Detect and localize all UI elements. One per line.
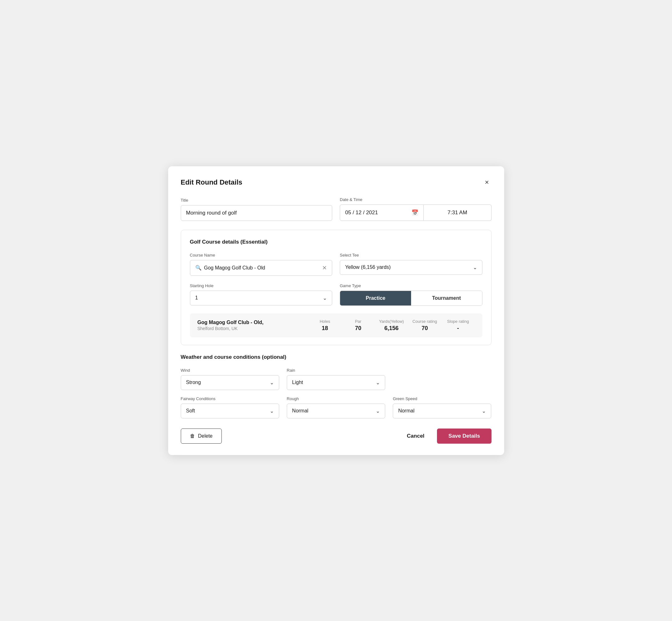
rough-label: Rough bbox=[287, 396, 385, 401]
rain-label: Rain bbox=[287, 368, 385, 373]
footer-row: 🗑 Delete Cancel Save Details bbox=[181, 428, 492, 444]
delete-label: Delete bbox=[198, 433, 213, 439]
slope-rating-label: Slope rating bbox=[442, 319, 474, 324]
green-speed-group: Green Speed Normal ⌄ bbox=[393, 396, 491, 418]
modal-title: Edit Round Details bbox=[181, 178, 243, 187]
game-type-group: Game Type Practice Tournament bbox=[340, 283, 482, 306]
close-button[interactable]: × bbox=[482, 178, 492, 187]
modal-header: Edit Round Details × bbox=[181, 178, 492, 187]
chevron-down-icon-hole: ⌄ bbox=[323, 295, 327, 301]
title-input[interactable] bbox=[181, 205, 333, 221]
par-value: 70 bbox=[342, 325, 375, 332]
holes-value: 18 bbox=[308, 325, 341, 332]
datetime-label: Date & Time bbox=[340, 197, 492, 202]
game-type-toggle: Practice Tournament bbox=[340, 291, 482, 306]
title-datetime-row: Title Date & Time 05 / 12 / 2021 📅 7:31 … bbox=[181, 197, 492, 221]
course-info-name: Gog Magog Golf Club - Old, Shelford Bott… bbox=[198, 320, 308, 331]
practice-button[interactable]: Practice bbox=[340, 291, 411, 305]
stat-yards: Yards(Yellow) 6,156 bbox=[375, 319, 408, 332]
stat-par: Par 70 bbox=[342, 319, 375, 332]
chevron-down-icon-wind: ⌄ bbox=[270, 380, 274, 385]
chevron-down-icon-fairway: ⌄ bbox=[270, 408, 274, 414]
edit-round-modal: Edit Round Details × Title Date & Time 0… bbox=[168, 166, 504, 455]
tournament-button[interactable]: Tournament bbox=[411, 291, 482, 305]
course-section-title: Golf Course details (Essential) bbox=[190, 239, 482, 245]
wind-label: Wind bbox=[181, 368, 279, 373]
rough-value: Normal bbox=[292, 408, 308, 414]
green-speed-dropdown[interactable]: Normal ⌄ bbox=[393, 404, 491, 418]
yards-value: 6,156 bbox=[375, 325, 408, 332]
course-tee-row: Course Name 🔍 Gog Magog Golf Club - Old … bbox=[190, 253, 482, 276]
rain-dropdown[interactable]: Light ⌄ bbox=[287, 375, 385, 390]
par-label: Par bbox=[342, 319, 375, 324]
course-info-location: Shelford Bottom, UK bbox=[198, 326, 308, 331]
starting-hole-label: Starting Hole bbox=[190, 283, 333, 288]
weather-section: Weather and course conditions (optional)… bbox=[181, 354, 492, 418]
wind-value: Strong bbox=[186, 380, 201, 385]
wind-rain-row: Wind Strong ⌄ Rain Light ⌄ bbox=[181, 368, 492, 390]
game-type-label: Game Type bbox=[340, 283, 482, 288]
select-tee-group: Select Tee Yellow (6,156 yards) ⌄ bbox=[340, 253, 482, 276]
yards-label: Yards(Yellow) bbox=[375, 319, 408, 324]
date-field[interactable]: 05 / 12 / 2021 📅 bbox=[340, 204, 424, 221]
time-value: 7:31 AM bbox=[448, 210, 467, 216]
course-section: Golf Course details (Essential) Course N… bbox=[181, 230, 492, 345]
chevron-down-icon-green: ⌄ bbox=[482, 408, 486, 414]
rain-group: Rain Light ⌄ bbox=[287, 368, 385, 390]
starting-hole-value: 1 bbox=[195, 295, 198, 301]
fairway-label: Fairway Conditions bbox=[181, 396, 279, 401]
course-stats: Holes 18 Par 70 Yards(Yellow) 6,156 Cour… bbox=[308, 319, 474, 332]
stat-slope-rating: Slope rating - bbox=[442, 319, 474, 332]
course-info-name-text: Gog Magog Golf Club - Old, bbox=[198, 320, 308, 325]
starting-hole-dropdown[interactable]: 1 ⌄ bbox=[190, 291, 333, 305]
select-tee-label: Select Tee bbox=[340, 253, 482, 257]
wind-group: Wind Strong ⌄ bbox=[181, 368, 279, 390]
clear-course-icon[interactable]: ✕ bbox=[322, 264, 327, 272]
select-tee-value: Yellow (6,156 yards) bbox=[345, 264, 390, 270]
starting-hole-group: Starting Hole 1 ⌄ bbox=[190, 283, 333, 306]
wind-dropdown[interactable]: Strong ⌄ bbox=[181, 375, 279, 390]
rough-group: Rough Normal ⌄ bbox=[287, 396, 385, 418]
search-icon: 🔍 bbox=[195, 265, 202, 271]
fairway-rough-green-row: Fairway Conditions Soft ⌄ Rough Normal ⌄… bbox=[181, 396, 492, 418]
footer-right: Cancel Save Details bbox=[405, 428, 492, 444]
fairway-dropdown[interactable]: Soft ⌄ bbox=[181, 404, 279, 418]
course-name-group: Course Name 🔍 Gog Magog Golf Club - Old … bbox=[190, 253, 333, 276]
course-name-value: Gog Magog Golf Club - Old bbox=[204, 265, 265, 271]
course-rating-value: 70 bbox=[408, 325, 442, 332]
course-name-label: Course Name bbox=[190, 253, 333, 257]
time-field[interactable]: 7:31 AM bbox=[424, 204, 492, 221]
course-info-row: Gog Magog Golf Club - Old, Shelford Bott… bbox=[190, 313, 482, 337]
datetime-fields: 05 / 12 / 2021 📅 7:31 AM bbox=[340, 204, 492, 221]
save-button[interactable]: Save Details bbox=[437, 428, 491, 444]
fairway-group: Fairway Conditions Soft ⌄ bbox=[181, 396, 279, 418]
rough-dropdown[interactable]: Normal ⌄ bbox=[287, 404, 385, 418]
course-name-field[interactable]: 🔍 Gog Magog Golf Club - Old ✕ bbox=[190, 260, 333, 276]
fairway-value: Soft bbox=[186, 408, 195, 414]
chevron-down-icon-rain: ⌄ bbox=[376, 380, 380, 385]
cancel-button[interactable]: Cancel bbox=[405, 428, 427, 444]
holes-label: Holes bbox=[308, 319, 341, 324]
title-label: Title bbox=[181, 198, 333, 203]
slope-rating-value: - bbox=[442, 325, 474, 332]
hole-gametype-row: Starting Hole 1 ⌄ Game Type Practice Tou… bbox=[190, 283, 482, 306]
delete-button[interactable]: 🗑 Delete bbox=[181, 428, 222, 444]
course-rating-label: Course rating bbox=[408, 319, 442, 324]
datetime-field-group: Date & Time 05 / 12 / 2021 📅 7:31 AM bbox=[340, 197, 492, 221]
chevron-down-icon: ⌄ bbox=[473, 264, 477, 271]
chevron-down-icon-rough: ⌄ bbox=[376, 408, 380, 414]
weather-section-title: Weather and course conditions (optional) bbox=[181, 354, 492, 360]
stat-course-rating: Course rating 70 bbox=[408, 319, 442, 332]
rain-value: Light bbox=[292, 380, 303, 385]
green-speed-value: Normal bbox=[398, 408, 415, 414]
calendar-icon: 📅 bbox=[411, 209, 418, 216]
title-field-group: Title bbox=[181, 198, 333, 221]
stat-holes: Holes 18 bbox=[308, 319, 341, 332]
select-tee-dropdown[interactable]: Yellow (6,156 yards) ⌄ bbox=[340, 260, 482, 275]
green-speed-label: Green Speed bbox=[393, 396, 491, 401]
date-value: 05 / 12 / 2021 bbox=[345, 210, 378, 216]
trash-icon: 🗑 bbox=[190, 433, 195, 439]
